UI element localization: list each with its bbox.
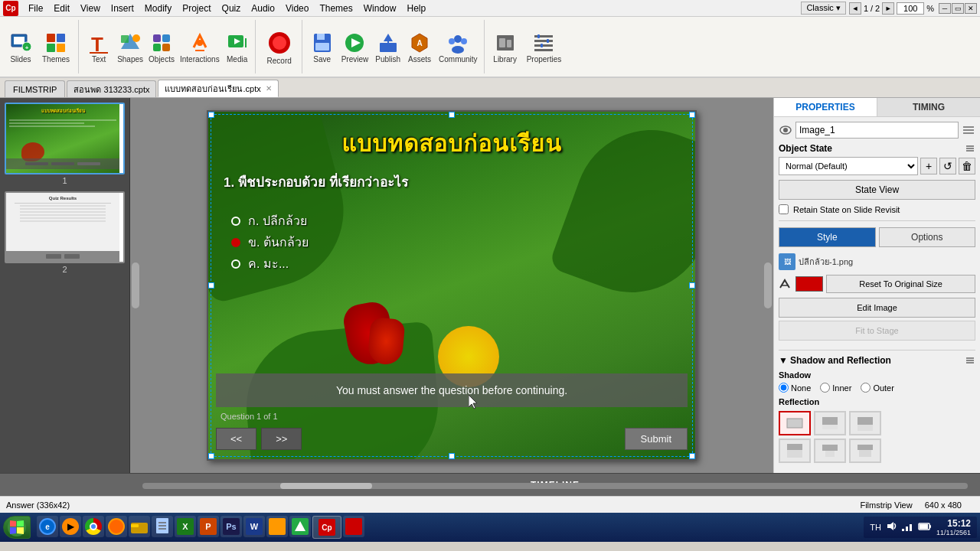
delete-state-btn[interactable]: 🗑 (959, 158, 975, 174)
menu-video[interactable]: Video (280, 2, 314, 15)
filmstrip-panel-tab[interactable]: FILMSTRIP (5, 80, 65, 97)
volume-icon[interactable] (886, 521, 897, 534)
edit-image-btn[interactable]: Edit Image (779, 298, 975, 318)
slide-thumb-1[interactable]: แบบทดสอบก่อนเรียน (5, 103, 125, 174)
reset-size-btn[interactable]: Reset To Original Size (826, 275, 975, 293)
timing-tab[interactable]: TIMING (877, 98, 980, 116)
taskbar-captivate[interactable]: Cp (312, 516, 341, 539)
retain-state-checkbox[interactable] (779, 204, 789, 214)
shapes-btn[interactable]: Shapes (115, 28, 145, 66)
reflection-3[interactable] (779, 439, 811, 463)
visibility-icon[interactable] (779, 123, 792, 137)
state-options-icon[interactable] (965, 143, 975, 154)
reflection-5[interactable] (849, 439, 881, 463)
shadow-outer-radio[interactable] (861, 383, 871, 393)
menu-project[interactable]: Project (177, 2, 216, 15)
refresh-state-btn[interactable]: ↺ (939, 158, 956, 174)
tab-main[interactable]: แบบทดสอบก่อนเรียน.cptx ✕ (158, 80, 278, 97)
taskbar-firefox[interactable] (106, 516, 127, 537)
menu-modify[interactable]: Modify (139, 2, 177, 15)
collapse-arrow[interactable]: ▼ (779, 355, 788, 366)
taskbar-ppt[interactable]: P (198, 516, 219, 537)
shadow-options-icon[interactable] (965, 355, 975, 366)
option-a-radio[interactable] (231, 217, 240, 226)
timeline-scrollbar[interactable] (142, 483, 968, 489)
community-btn[interactable]: Community (436, 28, 481, 66)
scrollbar-thumb[interactable] (280, 483, 372, 489)
taskbar-folder[interactable] (129, 516, 150, 537)
reflection-2[interactable] (849, 411, 881, 435)
style-btn[interactable]: Style (779, 227, 876, 247)
option-a[interactable]: ก. ปลีกล้วย (231, 211, 307, 230)
menu-file[interactable]: File (23, 2, 48, 15)
option-c[interactable]: ค. มะ... (231, 254, 289, 273)
taskbar-ie[interactable]: e (37, 516, 58, 537)
tab-untitled[interactable]: สอนพด 313233.cptx (67, 80, 156, 97)
object-list-icon[interactable] (962, 123, 975, 137)
objects-btn[interactable]: Objects (146, 28, 177, 66)
object-name-input[interactable] (795, 122, 959, 139)
restore-btn[interactable]: ▭ (952, 3, 964, 14)
prev-btn[interactable]: << (216, 428, 256, 450)
option-b[interactable]: ข. ต้นกล้วย (231, 233, 309, 252)
taskbar-files[interactable] (152, 516, 173, 537)
next-page-btn[interactable]: ► (882, 2, 894, 15)
menu-insert[interactable]: Insert (106, 2, 139, 15)
menu-quiz[interactable]: Quiz (217, 2, 247, 15)
menu-window[interactable]: Window (358, 2, 402, 15)
menu-edit[interactable]: Edit (48, 2, 75, 15)
minimize-btn[interactable]: ─ (939, 3, 951, 14)
taskbar-app1[interactable] (266, 516, 288, 537)
menu-help[interactable]: Help (401, 2, 431, 15)
time-display[interactable]: 15:12 11/11/2561 (936, 518, 971, 536)
fit-stage-btn[interactable]: Fit to Stage (779, 321, 975, 341)
slide-thumb-2[interactable]: Quiz Results (5, 191, 125, 263)
menu-themes[interactable]: Themes (314, 2, 358, 15)
reflection-4[interactable] (814, 439, 846, 463)
properties-btn[interactable]: Properties (523, 28, 566, 66)
submit-btn[interactable]: Submit (625, 428, 688, 450)
slides-btn[interactable]: + Slides (5, 28, 37, 67)
prev-page-btn[interactable]: ◄ (849, 2, 861, 15)
record-btn[interactable]: Record (262, 27, 297, 67)
next-btn[interactable]: >> (261, 428, 302, 450)
publish-btn[interactable]: Publish (372, 28, 403, 66)
option-c-radio[interactable] (231, 259, 240, 269)
shadow-outer-option[interactable]: Outer (861, 383, 894, 393)
text-btn[interactable]: T Text (83, 28, 114, 66)
option-b-radio[interactable] (231, 238, 240, 247)
battery-icon[interactable] (918, 522, 932, 533)
color-swatch[interactable] (795, 276, 823, 292)
taskbar-excel[interactable]: X (175, 516, 196, 537)
state-select[interactable]: Normal (Default) (779, 157, 918, 175)
reflection-none[interactable] (779, 411, 811, 435)
tab-close-btn[interactable]: ✕ (266, 84, 272, 93)
themes-btn[interactable]: Themes (38, 28, 74, 67)
start-btn[interactable] (3, 516, 31, 539)
taskbar-media[interactable]: ▶ (60, 516, 81, 537)
shadow-none-radio[interactable] (779, 383, 789, 393)
properties-tab[interactable]: PROPERTIES (774, 98, 877, 116)
save-btn[interactable]: Save (307, 28, 338, 66)
library-btn[interactable]: Library (489, 28, 521, 66)
taskbar-app3[interactable] (343, 516, 364, 537)
taskbar-word[interactable]: W (243, 516, 265, 537)
shadow-inner-option[interactable]: Inner (820, 383, 851, 393)
menu-view[interactable]: View (75, 2, 106, 15)
zoom-input[interactable] (897, 2, 924, 15)
shadow-inner-radio[interactable] (820, 383, 830, 393)
reflection-1[interactable] (814, 411, 846, 435)
interactions-btn[interactable]: Interactions (178, 28, 222, 66)
options-btn[interactable]: Options (879, 227, 976, 247)
color-picker-icon[interactable] (779, 277, 792, 291)
close-btn[interactable]: ✕ (965, 3, 977, 14)
network-icon[interactable] (901, 521, 913, 534)
assets-btn[interactable]: A Assets (404, 28, 435, 66)
image-thumbnail[interactable]: 🖼 (779, 253, 795, 270)
state-view-btn[interactable]: State View (779, 180, 975, 200)
taskbar-app2[interactable] (289, 516, 311, 537)
taskbar-ps[interactable]: Ps (220, 516, 242, 537)
menu-audio[interactable]: Audio (246, 2, 280, 15)
shadow-none-option[interactable]: None (779, 383, 811, 393)
classic-dropdown[interactable]: Classic ▾ (801, 2, 846, 15)
